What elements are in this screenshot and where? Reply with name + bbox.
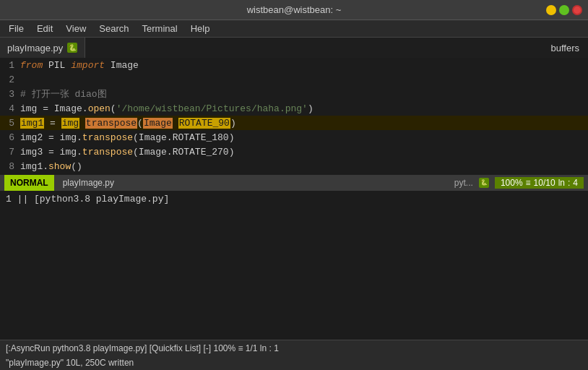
code-line-1: 1 from PIL import Image (0, 58, 588, 72)
line-num-1: 1 (0, 60, 20, 71)
line-num-2: 2 (0, 74, 20, 85)
code-line-7: 7 img3 = img.transpose(Image.ROTATE_270) (0, 145, 588, 159)
python-icon: 🐍 (479, 178, 489, 188)
bottom-written-text-bar: "playImage.py" 10L, 250C written (0, 356, 588, 370)
statusbar-filename: playImage.py (54, 178, 123, 188)
statusbar-lang: pyt... (454, 178, 473, 188)
editor-section: 1 from PIL import Image 2 3 # 打开一张 diao图… (0, 58, 588, 191)
statusbar-linepos: 10/10 (534, 178, 555, 188)
menu-help[interactable]: Help (185, 22, 216, 35)
menu-file[interactable]: File (3, 22, 30, 35)
code-line-8: 8 img1.show() (0, 159, 588, 173)
maximize-button[interactable] (559, 5, 569, 15)
line-content-5: img1 = img transpose(Image ROTATE_90) (20, 118, 236, 129)
bottom-written-text: "playImage.py" 10L, 250C written (6, 358, 134, 368)
tab-playimage[interactable]: playImage.py 🐍 (0, 38, 85, 58)
terminal-line-cmd: 1 || [python3.8 playImage.py] (6, 192, 582, 207)
menu-edit[interactable]: Edit (31, 22, 59, 35)
menubar: File Edit View Search Terminal Help (0, 20, 588, 38)
buffers-label: buffers (550, 43, 588, 53)
code-line-5: 5 img1 = img transpose(Image ROTATE_90) (0, 116, 588, 130)
statusbar-colon: : (568, 178, 570, 188)
main-layout: playImage.py 🐍 buffers 1 from PIL import… (0, 38, 588, 370)
editor-statusbar: NORMAL playImage.py pyt... 🐍 100% ≡ 10/1… (0, 175, 588, 191)
statusbar-col: 4 (573, 178, 578, 188)
terminal-area: 1 || [python3.8 playImage.py] (0, 191, 588, 207)
titlebar: wistbean@wistbean: ~ (0, 0, 588, 20)
tab-python-icon: 🐍 (67, 43, 77, 53)
line-content-3: # 打开一张 diao图 (20, 87, 107, 100)
line-content-2 (20, 74, 26, 85)
titlebar-title: wistbean@wistbean: ~ (247, 4, 342, 15)
line-content-6: img2 = img.transpose(Image.ROTATE_180) (20, 132, 234, 143)
close-button[interactable] (572, 5, 582, 15)
line-num-7: 7 (0, 147, 20, 158)
menu-search[interactable]: Search (93, 22, 134, 35)
tabbar: playImage.py 🐍 buffers (0, 38, 588, 58)
terminal-blank (0, 207, 588, 340)
statusbar-equiv: ≡ (526, 178, 531, 188)
line-num-5: 5 (0, 118, 20, 129)
code-line-3: 3 # 打开一张 diao图 (0, 87, 588, 101)
bottom-asyncrun-text: [:AsyncRun python3.8 playImage.py] [Quic… (6, 343, 279, 353)
code-body[interactable]: 1 from PIL import Image 2 3 # 打开一张 diao图… (0, 58, 588, 175)
minimize-button[interactable] (546, 5, 556, 15)
line-num-8: 8 (0, 161, 20, 172)
line-num-3: 3 (0, 89, 20, 100)
statusbar-right: pyt... 🐍 100% ≡ 10/10 ln : 4 (454, 177, 584, 189)
line-num-6: 6 (0, 132, 20, 143)
line-content-4: img = Image.open('/home/wistbean/Picture… (20, 103, 314, 114)
code-line-6: 6 img2 = img.transpose(Image.ROTATE_180) (0, 130, 588, 145)
code-line-2: 2 (0, 72, 588, 87)
line-content-7: img3 = img.transpose(Image.ROTATE_270) (20, 147, 234, 158)
bottom-statusbar: [:AsyncRun python3.8 playImage.py] [Quic… (0, 340, 588, 356)
mode-indicator: NORMAL (4, 175, 54, 191)
line-content-8: img1.show() (20, 161, 82, 172)
statusbar-percent-block: 100% ≡ 10/10 ln : 4 (495, 177, 584, 189)
line-content-1: from PIL import Image (20, 60, 139, 71)
code-line-4: 4 img = Image.open('/home/wistbean/Pictu… (0, 101, 588, 116)
menu-terminal[interactable]: Terminal (137, 22, 183, 35)
statusbar-ln: ln (558, 178, 565, 188)
tab-filename: playImage.py (7, 43, 63, 53)
line-num-4: 4 (0, 103, 20, 114)
menu-view[interactable]: View (60, 22, 92, 35)
statusbar-percent: 100% (501, 178, 523, 188)
window-controls (546, 5, 582, 15)
